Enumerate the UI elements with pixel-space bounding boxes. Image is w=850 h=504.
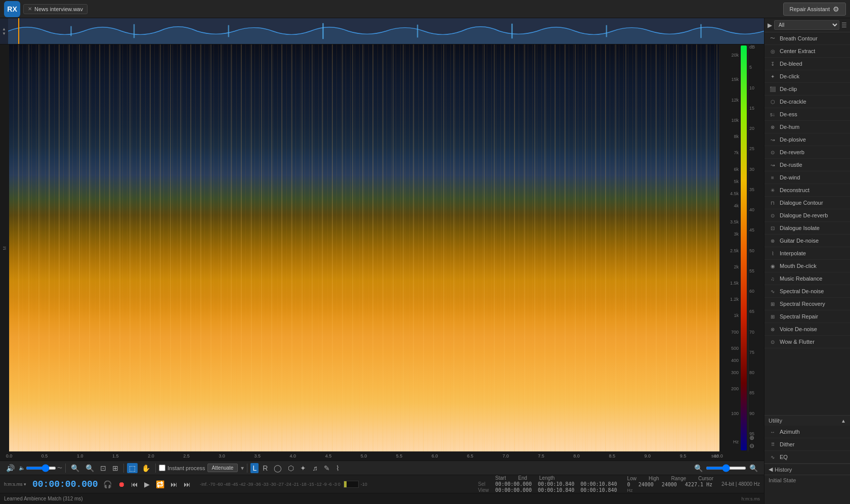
module-item-de-wind[interactable]: ≡ De-wind [764,171,850,184]
module-item-de-ess[interactable]: s↓ De-ess [764,108,850,121]
module-item-voice-de-noise[interactable]: ⊗ Voice De-noise [764,323,850,336]
spectrogram-wrapper[interactable]: M 20k 15k 12k 10k 8k 7k 6k 5k 4.5k [0,44,764,451]
time-unit-label: sec [711,453,718,459]
module-item-interpolate[interactable]: ⌇ Interpolate [764,247,850,260]
db-label-80: 80 [749,370,754,375]
module-item-eq[interactable]: ∿ EQ [764,451,850,464]
module-item-de-rustle[interactable]: ↝ De-rustle [764,159,850,171]
module-item-de-crackle[interactable]: ⬡ De-crackle [764,96,850,108]
lasso-tool-button[interactable]: ◯ [272,463,284,473]
attenuate-dropdown-icon[interactable]: ▾ [241,465,244,472]
db-neg-21: -21 [292,482,299,487]
to-end-button[interactable]: ⏭ [183,479,192,489]
color-scale-bar [741,45,747,450]
module-item-spectral-recovery[interactable]: ⊞ Spectral Recovery [764,298,850,310]
panel-menu-icon[interactable]: ☰ [841,22,847,29]
module-label-de-click: De-click [780,73,799,79]
brush-tool-button[interactable]: ⬡ [286,463,296,473]
file-tab[interactable]: ✕ News interview.wav [23,4,88,14]
instant-process-checkbox[interactable] [159,465,165,471]
module-item-guitar-de-noise[interactable]: ⊗ Guitar De-noise [764,235,850,247]
module-item-dither[interactable]: ⠿ Dither [764,438,850,451]
freq-label-20k: 20k [731,53,739,58]
module-item-wow-flutter[interactable]: ⊙ Wow & Flutter [764,336,850,348]
module-item-de-hum[interactable]: ⊗ De-hum [764,121,850,133]
history-collapse-icon[interactable]: ◀ [769,466,773,473]
module-item-azimuth[interactable]: ↔ Azimuth [764,426,850,438]
waveform-overview-inner[interactable] [8,18,764,44]
module-item-de-clip[interactable]: ⬛ De-clip [764,83,850,96]
de-plosive-icon: ↝ [769,135,777,144]
module-item-dialogue-de-reverb[interactable]: ⊙ Dialogue De-reverb [764,209,850,222]
learned-status: Learned Ambience Match (312 ms) [4,496,83,501]
heal-button[interactable]: ⌇ [334,463,342,473]
magic-wand-button[interactable]: ✦ [298,463,308,473]
de-hum-icon: ⊗ [769,123,777,131]
play-pause-button[interactable]: ▶ [143,479,151,489]
zoom-freq-slider[interactable] [706,467,746,470]
module-item-de-bleed[interactable]: ↧ De-bleed [764,58,850,70]
volume-slider[interactable] [26,467,56,470]
de-ess-icon: s↓ [769,110,777,118]
zoom-out-time-button[interactable]: 🔍 [83,463,96,473]
sel-row-label: Sel [478,481,493,487]
music-rebalance-icon: ♫ [769,274,777,283]
attenuate-button[interactable]: Attenuate [207,464,238,472]
utility-header[interactable]: Utility ▲ [764,416,850,426]
module-item-breath-contour[interactable]: 〜 Breath Contour [764,32,850,45]
module-item-de-reverb[interactable]: ⊙ De-reverb [764,146,850,159]
history-item-initial[interactable]: Initial State [764,475,850,485]
db-neg-42: -42 [239,482,246,487]
module-filter-dropdown[interactable]: All [774,20,839,30]
freq-label-500: 500 [731,346,739,351]
pencil-tool-button[interactable]: ✎ [322,463,332,473]
module-label-dialogue-isolate: Dialogue Isolate [780,225,820,231]
zoom-in-time-button[interactable]: 🔍 [69,463,81,473]
module-item-dialogue-isolate[interactable]: ⊡ Dialogue Isolate [764,222,850,235]
de-wind-icon: ≡ [769,173,777,181]
panel-play-icon[interactable]: ▶ [768,22,772,29]
module-item-music-rebalance[interactable]: ♫ Music Rebalance [764,272,850,285]
zoom-out-freq-button[interactable]: 🔍 [692,463,705,473]
harmonic-tool-button[interactable]: ♬ [310,463,320,473]
module-item-de-click[interactable]: ✦ De-click [764,70,850,83]
zoom-out-icon[interactable]: ⊖ [749,442,754,449]
spectrogram-container[interactable] [9,44,719,451]
headphones-button[interactable]: 🎧 [102,479,113,489]
zoom-up-arrow[interactable]: ▲ [2,27,6,31]
dialogue-contour-icon: ⊓ [769,199,777,207]
monitor-button[interactable]: 🔊 [4,463,17,473]
module-label-de-wind: De-wind [780,174,800,180]
history-label: History [775,467,792,473]
record-button[interactable]: ⏺ [117,479,126,489]
deconstruct-icon: ✳ [769,186,777,194]
time-label-2: 2.0 [148,453,154,459]
loop-button[interactable]: 🔁 [155,479,165,489]
go-to-start-button[interactable]: ⏮ [130,479,139,489]
skip-back-button[interactable]: ⏭ [169,479,179,489]
module-item-deconstruct[interactable]: ✳ Deconstruct [764,184,850,197]
zoom-fit-button[interactable]: ⊡ [98,463,108,473]
time-label-5: 5.0 [361,453,367,459]
module-item-mouth-de-click[interactable]: ◉ Mouth De-click [764,260,850,272]
db-label-header: dB [749,44,755,50]
time-label-6-5: 6.5 [467,453,474,459]
channel-right-button[interactable]: R [261,463,270,473]
tab-close-icon[interactable]: ✕ [28,6,32,12]
hand-tool-button[interactable]: ✋ [140,463,152,473]
module-item-spectral-de-noise[interactable]: ∿ Spectral De-noise [764,285,850,298]
module-item-dialogue-contour[interactable]: ⊓ Dialogue Contour [764,197,850,209]
select-tool-button[interactable]: ⬚ [127,463,138,473]
waveform-overview[interactable]: ▲ ▼ [0,18,764,44]
zoom-down-arrow[interactable]: ▼ [2,31,6,35]
freq-label-1k: 1k [734,313,739,318]
zoom-in-freq-button[interactable]: 🔍 [747,463,760,473]
module-item-spectral-repair[interactable]: ⊞ Spectral Repair [764,310,850,323]
module-item-center-extract[interactable]: ◎ Center Extract [764,45,850,58]
zoom-selection-button[interactable]: ⊞ [110,463,120,473]
module-item-de-plosive[interactable]: ↝ De-plosive [764,133,850,146]
repair-assistant-button[interactable]: Repair Assistant ⚙ [783,3,846,16]
zoom-in-icon[interactable]: ⊕ [749,434,754,441]
channel-left-button[interactable]: L [250,463,259,473]
cursor-header: Cursor [698,476,713,481]
